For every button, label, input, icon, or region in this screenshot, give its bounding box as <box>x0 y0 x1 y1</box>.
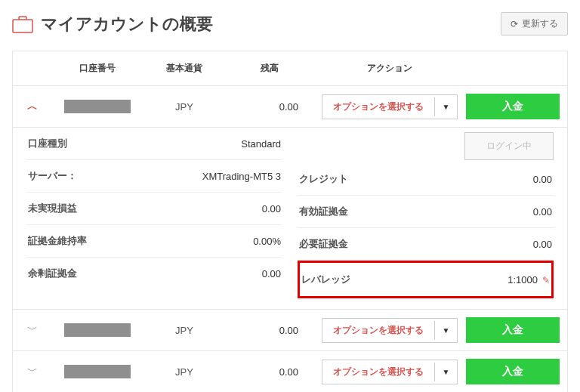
detail-credit: クレジット0.00 <box>298 163 554 196</box>
leverage-highlight: レバレッジ 1:1000✎ <box>298 261 554 298</box>
select-option-label: オプションを選択する <box>322 95 434 119</box>
table-row: ︿ JPY 0.00 オプションを選択する ▼ 入金 <box>13 86 567 128</box>
chevron-down-icon: ▼ <box>434 363 458 381</box>
select-option-dropdown[interactable]: オプションを選択する ▼ <box>322 94 458 119</box>
expand-toggle[interactable]: ﹀ <box>13 323 52 337</box>
briefcase-icon <box>12 15 33 33</box>
currency-cell: JPY <box>143 366 226 378</box>
chevron-down-icon: ▼ <box>434 321 458 340</box>
th-balance: 残高 <box>226 62 313 75</box>
select-option-label: オプションを選択する <box>322 360 434 384</box>
account-details-panel: 口座種別Standard サーバー：XMTrading-MT5 3 未実現損益0… <box>13 128 567 310</box>
currency-cell: JPY <box>143 101 226 113</box>
detail-margin: 必要証拠金0.00 <box>298 228 554 261</box>
deposit-button[interactable]: 入金 <box>466 359 560 384</box>
table-header: 口座番号 基本通貨 残高 アクション <box>13 51 567 86</box>
detail-account-type: 口座種別Standard <box>26 128 282 160</box>
expand-toggle[interactable]: ﹀ <box>13 365 52 378</box>
account-number-mask <box>64 323 131 337</box>
th-action: アクション <box>313 62 466 75</box>
page-header: マイアカウントの概要 ⟳ 更新する <box>12 12 568 35</box>
detail-margin-level: 証拠金維持率0.00% <box>26 225 282 258</box>
balance-cell: 0.00 <box>226 366 313 378</box>
account-number-mask <box>64 100 131 113</box>
svg-rect-0 <box>13 20 32 32</box>
edit-leverage-icon[interactable]: ✎ <box>542 275 550 286</box>
currency-cell: JPY <box>143 325 226 336</box>
account-number-mask <box>64 365 131 378</box>
balance-cell: 0.00 <box>226 101 313 113</box>
accounts-table: 口座番号 基本通貨 残高 アクション ︿ JPY 0.00 オプションを選択する… <box>12 51 568 392</box>
table-row: ﹀ JPY 0.00 オプションを選択する ▼ 入金 <box>13 310 567 351</box>
detail-equity: 有効証拠金0.00 <box>298 196 554 228</box>
detail-free-margin: 余剰証拠金0.00 <box>26 258 282 289</box>
refresh-icon: ⟳ <box>511 19 518 29</box>
login-status-button: ログイン中 <box>464 132 554 160</box>
balance-cell: 0.00 <box>226 325 313 336</box>
th-currency: 基本通貨 <box>143 62 226 75</box>
refresh-label: 更新する <box>522 17 558 30</box>
detail-unrealized: 未実現損益0.00 <box>26 193 282 225</box>
deposit-button[interactable]: 入金 <box>466 94 560 119</box>
chevron-down-icon: ▼ <box>434 97 458 116</box>
detail-leverage: レバレッジ 1:1000✎ <box>300 264 551 295</box>
detail-server: サーバー：XMTrading-MT5 3 <box>26 160 282 193</box>
page-title: マイアカウントの概要 <box>41 13 213 35</box>
table-row: ﹀ JPY 0.00 オプションを選択する ▼ 入金 <box>13 351 567 392</box>
th-account: 口座番号 <box>52 62 143 75</box>
select-option-label: オプションを選択する <box>322 319 434 342</box>
select-option-dropdown[interactable]: オプションを選択する ▼ <box>322 360 458 384</box>
select-option-dropdown[interactable]: オプションを選択する ▼ <box>322 318 458 343</box>
refresh-button[interactable]: ⟳ 更新する <box>501 12 568 35</box>
collapse-toggle[interactable]: ︿ <box>13 100 52 113</box>
deposit-button[interactable]: 入金 <box>466 317 560 343</box>
